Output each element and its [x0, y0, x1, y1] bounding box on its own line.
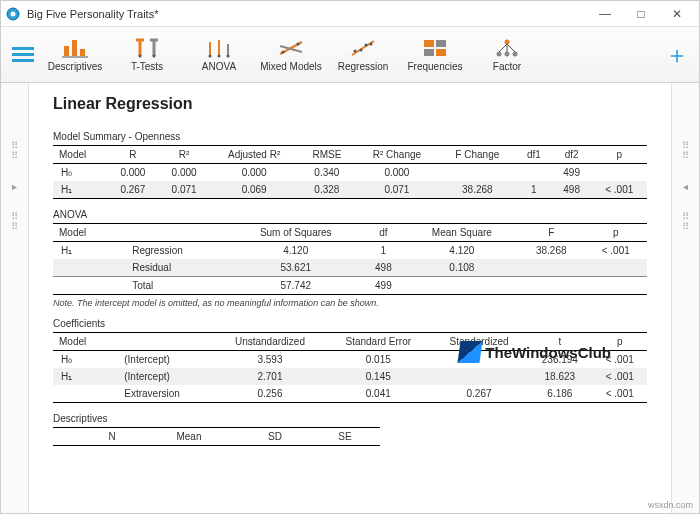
drag-handle-icon[interactable]: ⠿ [11, 153, 19, 159]
descriptives-table: N Mean SD SE [53, 427, 380, 446]
hamburger-menu-button[interactable] [7, 35, 39, 75]
tool-frequencies[interactable]: Frequencies [399, 28, 471, 82]
tool-label: Mixed Models [260, 61, 322, 72]
svg-point-36 [505, 52, 510, 57]
svg-rect-6 [72, 40, 77, 56]
anova-table: Model Sum of Squares df Mean Square F p … [53, 223, 647, 295]
drag-handle-icon[interactable]: ⠿ [11, 143, 19, 149]
anova-icon [205, 37, 233, 59]
svg-rect-3 [12, 53, 34, 56]
svg-rect-33 [436, 49, 446, 56]
close-button[interactable]: ✕ [659, 1, 695, 27]
svg-rect-31 [436, 40, 446, 47]
drag-handle-icon[interactable]: ⠿ [682, 214, 690, 220]
table-row: Residual53.6214980.108 [53, 259, 647, 277]
minimize-button[interactable]: — [587, 1, 623, 27]
tool-label: Factor [493, 61, 521, 72]
regression-icon [349, 37, 377, 59]
table-header-row: N Mean SD SE [53, 428, 380, 446]
svg-point-28 [365, 44, 368, 47]
svg-point-1 [11, 11, 16, 16]
svg-point-23 [282, 51, 285, 54]
section-title-coefficients: Coefficients [53, 318, 647, 329]
window-title: Big Five Personality Traits* [27, 8, 587, 20]
tool-label: ANOVA [202, 61, 236, 72]
table-row: H₁(Intercept)2.7010.14518.623< .001 [53, 368, 647, 385]
right-gutter: ⠿ ⠿ ◂ ⠿ ⠿ [671, 83, 699, 513]
maximize-button[interactable]: □ [623, 1, 659, 27]
table-row: H₁ Regression4.12014.12038.268< .001 [53, 242, 647, 260]
left-gutter: ⠿ ⠿ ▸ ⠿ ⠿ [1, 83, 29, 513]
svg-point-29 [370, 43, 373, 46]
svg-line-40 [507, 44, 515, 52]
svg-point-13 [139, 55, 142, 58]
windows-logo-icon [458, 341, 483, 363]
titlebar: Big Five Personality Traits* — □ ✕ [1, 1, 699, 27]
svg-point-34 [505, 40, 510, 45]
drag-handle-icon[interactable]: ⠿ [682, 153, 690, 159]
frequencies-icon [421, 37, 449, 59]
factor-icon [493, 37, 521, 59]
drag-handle-icon[interactable]: ⠿ [11, 214, 19, 220]
table-row: H₁ 0.2670.0710.0690.3280.07138.2681498< … [53, 181, 647, 199]
tool-label: Descriptives [48, 61, 102, 72]
drag-handle-icon[interactable]: ⠿ [682, 143, 690, 149]
table-row: H₀ 0.0000.0000.0000.3400.000499 [53, 164, 647, 182]
model-summary-table: Model R R² Adjusted R² RMSE R² Change F … [53, 145, 647, 199]
svg-point-18 [209, 55, 212, 58]
tool-label: Frequencies [407, 61, 462, 72]
mixed-icon [277, 37, 305, 59]
svg-point-35 [497, 52, 502, 57]
source-watermark: wsxdn.com [648, 500, 693, 510]
drag-handle-icon[interactable]: ⠿ [682, 224, 690, 230]
svg-rect-5 [64, 46, 69, 56]
svg-rect-30 [424, 40, 434, 47]
toolbar: Descriptives T-Tests ANOVA Mixed Models … [1, 27, 699, 83]
tool-ttests[interactable]: T-Tests [111, 28, 183, 82]
svg-rect-4 [12, 59, 34, 62]
svg-point-37 [513, 52, 518, 57]
section-title-descriptives: Descriptives [53, 413, 647, 424]
tool-mixed-models[interactable]: Mixed Models [255, 28, 327, 82]
drag-handle-icon[interactable]: ⠿ [11, 224, 19, 230]
table-row: Extraversion0.2560.0410.2676.186< .001 [53, 385, 647, 403]
tool-factor[interactable]: Factor [471, 28, 543, 82]
svg-rect-2 [12, 47, 34, 50]
svg-point-20 [227, 55, 230, 58]
svg-point-14 [153, 55, 156, 58]
svg-point-19 [218, 55, 221, 58]
table-row: Total57.742499 [53, 277, 647, 295]
bar-chart-icon [61, 37, 89, 59]
page-title: Linear Regression [53, 95, 647, 113]
expand-left-icon[interactable]: ◂ [683, 181, 688, 192]
table-header-row: Model Sum of Squares df Mean Square F p [53, 224, 647, 242]
svg-rect-7 [80, 49, 85, 56]
expand-right-icon[interactable]: ▸ [12, 181, 17, 192]
section-title-anova: ANOVA [53, 209, 647, 220]
tool-label: Regression [338, 61, 389, 72]
add-module-button[interactable]: ＋ [661, 35, 693, 75]
svg-point-27 [360, 49, 363, 52]
ttest-icon [133, 37, 161, 59]
anova-note: Note. The intercept model is omitted, as… [53, 298, 647, 308]
tool-descriptives[interactable]: Descriptives [39, 28, 111, 82]
tool-regression[interactable]: Regression [327, 28, 399, 82]
tool-label: T-Tests [131, 61, 163, 72]
app-icon [5, 6, 21, 22]
tool-anova[interactable]: ANOVA [183, 28, 255, 82]
svg-point-26 [354, 50, 357, 53]
svg-line-38 [499, 44, 507, 52]
svg-point-24 [297, 43, 300, 46]
svg-rect-32 [424, 49, 434, 56]
table-header-row: Model R R² Adjusted R² RMSE R² Change F … [53, 146, 647, 164]
results-document: Linear Regression Model Summary - Openne… [29, 83, 671, 513]
watermark-logo: TheWindowsClub [459, 341, 611, 363]
section-title-summary: Model Summary - Openness [53, 131, 647, 142]
